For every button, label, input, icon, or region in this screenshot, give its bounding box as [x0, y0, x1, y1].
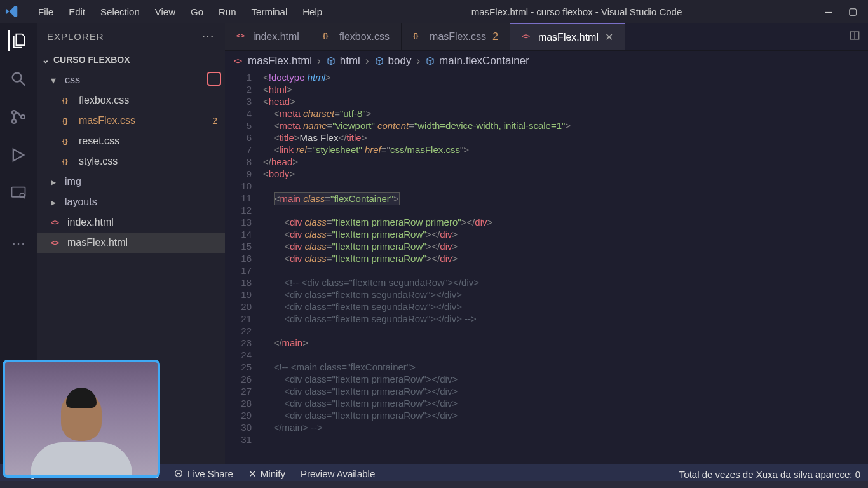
svg-point-2	[12, 119, 16, 123]
line-number-gutter: 1234567891011121314151617181920212223242…	[225, 71, 263, 464]
svg-point-1	[12, 111, 16, 114]
file-masFlex.html[interactable]: <>masFlex.html	[37, 233, 225, 253]
maximize-icon[interactable]: ▢	[848, 6, 858, 17]
breadcrumb-main.flexContainer[interactable]: main.flexContainer	[425, 55, 529, 67]
vscode-logo-icon	[5, 4, 19, 18]
menu-selection[interactable]: Selection	[93, 0, 147, 23]
tab-masFlex.css[interactable]: {}masFlex.css2	[402, 23, 510, 50]
tab-index.html[interactable]: <>index.html	[225, 23, 311, 50]
breadcrumb-masFlex.html[interactable]: <>masFlex.html	[234, 55, 312, 67]
minify-button[interactable]: ✕ Minify	[241, 468, 293, 480]
editor-group: <>index.html{}flexbox.css{}masFlex.css2<…	[225, 23, 868, 464]
folder-img[interactable]: ▸img	[37, 172, 225, 192]
breadcrumb-html[interactable]: html	[326, 55, 360, 67]
svg-text:<>: <>	[236, 32, 245, 39]
folder-layouts[interactable]: ▸layouts	[37, 192, 225, 212]
svg-text:{}: {}	[62, 137, 68, 145]
liveshare-button[interactable]: Live Share	[166, 468, 241, 479]
chevron-down-icon: ⌄	[42, 55, 50, 65]
close-tab-icon[interactable]: ✕	[605, 31, 613, 43]
svg-text:{}: {}	[413, 32, 419, 39]
menu-terminal[interactable]: Terminal	[244, 0, 295, 23]
file-masFlex.css[interactable]: {}masFlex.css2	[37, 111, 225, 131]
svg-rect-4	[12, 187, 25, 197]
source-control-icon[interactable]	[8, 107, 29, 127]
svg-point-3	[21, 115, 25, 119]
tab-flexbox.css[interactable]: {}flexbox.css	[311, 23, 402, 50]
menu-edit[interactable]: Edit	[61, 0, 93, 23]
file-style.css[interactable]: {}style.css	[37, 151, 225, 172]
menu-go[interactable]: Go	[183, 0, 211, 23]
menu-help[interactable]: Help	[295, 0, 330, 23]
svg-text:{}: {}	[62, 158, 68, 165]
menu-run[interactable]: Run	[211, 0, 244, 23]
xuxa-counter[interactable]: Total de vezes de Xuxa da silva aparece:…	[672, 469, 868, 480]
file-index.html[interactable]: <>index.html	[37, 212, 225, 233]
minimize-icon[interactable]: ─	[824, 6, 834, 17]
split-editor-icon[interactable]	[849, 30, 860, 44]
svg-text:{}: {}	[62, 117, 68, 125]
svg-text:{}: {}	[62, 97, 68, 104]
folder-css[interactable]: ▾css	[37, 70, 225, 90]
explorer-title: EXPLORER	[47, 31, 104, 42]
svg-text:<>: <>	[234, 57, 242, 65]
remote-explorer-icon[interactable]	[8, 183, 29, 203]
svg-text:<>: <>	[51, 239, 59, 247]
svg-text:<>: <>	[522, 32, 530, 40]
svg-point-0	[13, 73, 22, 82]
code-area[interactable]: <!doctype html><html><head> <meta charse…	[263, 71, 868, 464]
window-title: masFlex.html - curso flexbox - Visual St…	[330, 6, 824, 17]
file-flexbox.css[interactable]: {}flexbox.css	[37, 90, 225, 111]
tab-bar: <>index.html{}flexbox.css{}masFlex.css2<…	[225, 23, 868, 51]
menu-view[interactable]: View	[147, 0, 183, 23]
breadcrumbs[interactable]: <>masFlex.html›html›body›main.flexContai…	[225, 51, 868, 71]
close-icon: ✕	[248, 468, 257, 480]
file-reset.css[interactable]: {}reset.css	[37, 131, 225, 151]
run-debug-icon[interactable]	[8, 145, 29, 165]
os-taskbar	[0, 481, 868, 488]
svg-text:<>: <>	[51, 219, 59, 226]
search-icon[interactable]	[8, 69, 29, 89]
explorer-more-icon[interactable]: ⋯	[201, 29, 215, 44]
breadcrumb-body[interactable]: body	[374, 55, 412, 67]
project-header[interactable]: ⌄ CURSO FLEXBOX	[37, 50, 225, 70]
folder-actions-icon[interactable]	[207, 72, 221, 86]
webcam-overlay	[3, 360, 160, 478]
preview-available[interactable]: Preview Available	[293, 468, 383, 479]
more-icon[interactable]: ⋯	[8, 234, 29, 254]
tab-masFlex.html[interactable]: <>masFlex.html✕	[510, 23, 625, 50]
svg-text:{}: {}	[323, 32, 329, 39]
code-editor[interactable]: 1234567891011121314151617181920212223242…	[225, 71, 868, 464]
menu-bar: FileEditSelectionViewGoRunTerminalHelp m…	[0, 0, 868, 23]
files-icon[interactable]	[8, 30, 29, 51]
menu-file[interactable]: File	[31, 0, 61, 23]
